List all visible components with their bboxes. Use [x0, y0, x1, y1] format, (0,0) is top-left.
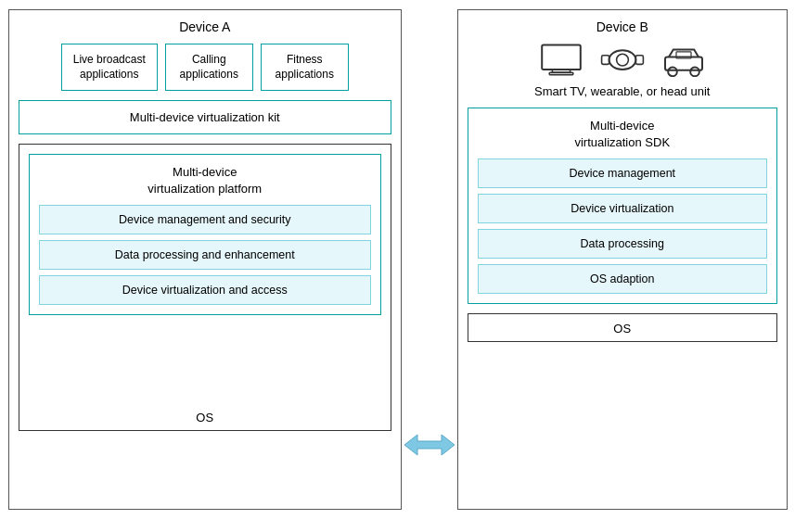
device-a-panel: Device A Live broadcast applications Cal…: [8, 9, 403, 510]
svg-point-4: [609, 50, 635, 70]
svg-point-10: [690, 67, 699, 76]
app-box-live: Live broadcast applications: [61, 44, 158, 92]
apps-row: Live broadcast applications Calling appl…: [19, 44, 392, 92]
svg-point-9: [668, 67, 677, 76]
platform-item-1: Device management and security: [39, 205, 372, 234]
app-box-fitness: Fitness applications: [261, 44, 349, 92]
sdk-item-3: Data processing: [478, 229, 766, 259]
platform-title: Multi-device virtualization platform: [39, 164, 372, 197]
device-b-panel: Device B Smar: [457, 9, 787, 510]
sdk-item-1: Device management: [478, 158, 766, 188]
sdk-item-2: Device virtualization: [478, 194, 766, 223]
app-box-calling: Calling applications: [165, 44, 253, 92]
camera-icon: [600, 44, 645, 77]
car-icon: [661, 44, 706, 77]
sdk-box: Multi-device virtualization SDK Device m…: [468, 108, 776, 304]
svg-rect-1: [542, 44, 581, 69]
arrow-container: [402, 9, 457, 510]
os-outer-b: OS: [468, 313, 776, 342]
svg-marker-0: [404, 435, 455, 455]
platform-item-2: Data processing and enhancement: [39, 240, 372, 270]
svg-rect-7: [635, 55, 643, 64]
svg-rect-3: [549, 72, 573, 74]
svg-point-5: [616, 54, 628, 66]
sdk-title: Multi-device virtualization SDK: [478, 118, 766, 151]
device-a-title: Device A: [19, 19, 392, 34]
os-label-a: OS: [29, 403, 382, 430]
kit-box: Multi-device virtualization kit: [19, 100, 392, 134]
platform-item-3: Device virtualization and access: [39, 275, 372, 305]
bidirectional-arrow: [404, 431, 455, 459]
os-label-b: OS: [468, 314, 776, 341]
device-icons: [468, 44, 776, 77]
tv-icon: [539, 44, 583, 77]
platform-box: Multi-device virtualization platform Dev…: [29, 154, 382, 315]
svg-rect-6: [601, 55, 609, 64]
diagram: Device A Live broadcast applications Cal…: [8, 9, 788, 524]
os-outer-a: Multi-device virtualization platform Dev…: [19, 144, 392, 431]
sdk-item-4: OS adaption: [478, 264, 766, 294]
device-b-title: Device B: [468, 19, 776, 34]
device-b-subtitle: Smart TV, wearable, or head unit: [468, 84, 776, 98]
